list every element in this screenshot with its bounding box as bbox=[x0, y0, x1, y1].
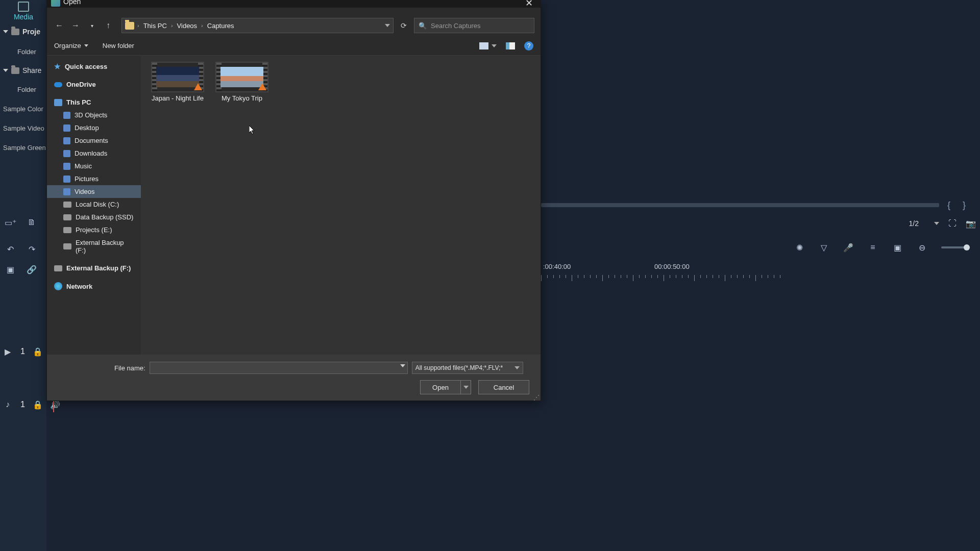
open-dropdown[interactable] bbox=[461, 380, 471, 394]
new-folder-button[interactable]: New folder bbox=[103, 42, 134, 49]
up-button[interactable]: ↑ bbox=[102, 19, 114, 32]
sample-item[interactable]: Sample Video bbox=[3, 124, 44, 132]
folder-icon bbox=[63, 163, 70, 170]
preview-pane-button[interactable] bbox=[506, 42, 515, 49]
shared-row[interactable]: Share bbox=[3, 66, 41, 74]
media-tab[interactable]: Media bbox=[8, 0, 39, 21]
forward-button[interactable]: → bbox=[69, 19, 82, 32]
speaker-icon[interactable]: 🔊 bbox=[51, 400, 60, 409]
tree-external-backup-f2[interactable]: External Backup (F:) bbox=[47, 262, 141, 274]
breadcrumb-item[interactable]: Captures bbox=[205, 22, 236, 30]
undo-icon[interactable]: ↶ bbox=[5, 244, 15, 254]
snapshot-icon[interactable]: 📷 bbox=[966, 218, 976, 229]
lock-icon[interactable]: 🔒 bbox=[33, 400, 42, 409]
address-bar[interactable]: › This PC › Videos › Captures bbox=[121, 18, 394, 33]
folder-tree: ★ Quick access OneDrive This PC 3D Objec… bbox=[47, 56, 141, 355]
tree-projects-e[interactable]: Projects (E:) bbox=[47, 223, 141, 236]
view-icon bbox=[479, 42, 488, 49]
file-open-dialog: Open ✕ ← → ▾ ↑ › This PC › Videos › Capt… bbox=[46, 0, 541, 401]
link-icon[interactable]: 🔗 bbox=[27, 264, 37, 274]
file-list[interactable]: Japan - Night Life My Tokyo Trip bbox=[141, 56, 541, 355]
tree-onedrive[interactable]: OneDrive bbox=[47, 78, 141, 91]
file-item[interactable]: Japan - Night Life bbox=[150, 62, 205, 103]
folder-icon bbox=[63, 124, 70, 132]
tree-data-backup-ssd[interactable]: Data Backup (SSD) bbox=[47, 211, 141, 223]
breadcrumb-item[interactable]: Videos bbox=[175, 22, 200, 30]
folder-icon bbox=[63, 188, 70, 195]
preview-progress[interactable] bbox=[541, 203, 939, 207]
folder-sublabel: Folder bbox=[17, 48, 36, 56]
resize-grip[interactable]: ⋰ bbox=[533, 396, 540, 399]
tree-3d-objects[interactable]: 3D Objects bbox=[47, 109, 141, 121]
drive-icon bbox=[63, 243, 71, 249]
dialog-footer: File name: All supported files(*.MP4;*.F… bbox=[47, 355, 541, 400]
folder-sublabel2: Folder bbox=[17, 86, 36, 93]
breadcrumb-item[interactable]: This PC bbox=[141, 22, 169, 30]
audio-track-header[interactable]: ♪ 1 🔒 🔊 bbox=[3, 400, 60, 409]
tree-quick-access[interactable]: ★ Quick access bbox=[47, 60, 141, 73]
vlc-icon bbox=[194, 83, 202, 90]
shield-icon[interactable]: ▽ bbox=[819, 242, 829, 253]
filename-row: File name: All supported files(*.MP4;*.F… bbox=[53, 362, 534, 374]
tree-pictures[interactable]: Pictures bbox=[47, 172, 141, 185]
folder-icon bbox=[11, 29, 19, 35]
gear-icon[interactable]: ✺ bbox=[794, 242, 804, 253]
button-row: Open Cancel bbox=[53, 380, 534, 394]
zoom-slider[interactable] bbox=[941, 246, 970, 248]
shared-label: Share bbox=[22, 66, 41, 74]
drive-icon bbox=[54, 265, 62, 271]
search-icon: 🔍 bbox=[419, 22, 427, 30]
address-dropdown[interactable] bbox=[385, 24, 390, 27]
tree-music[interactable]: Music bbox=[47, 160, 141, 172]
chevron-down-icon bbox=[934, 222, 939, 225]
fullscreen-icon[interactable]: ⛶ bbox=[947, 218, 958, 229]
tree-local-disk-c[interactable]: Local Disk (C:) bbox=[47, 198, 141, 211]
zoom-out-icon[interactable]: ⊖ bbox=[917, 242, 927, 253]
project-row[interactable]: Proje bbox=[3, 28, 40, 36]
mic-icon[interactable]: 🎤 bbox=[843, 242, 853, 253]
cancel-button[interactable]: Cancel bbox=[478, 380, 529, 394]
layout-icon[interactable]: ▣ bbox=[5, 264, 15, 274]
list-icon[interactable]: ≡ bbox=[868, 242, 878, 253]
pager[interactable]: 1/2 bbox=[909, 219, 939, 228]
help-button[interactable]: ? bbox=[524, 41, 533, 51]
tree-downloads[interactable]: Downloads bbox=[47, 147, 141, 160]
tree-desktop[interactable]: Desktop bbox=[47, 121, 141, 134]
timeline-ruler[interactable]: :00:40:00 00:00:50:00 bbox=[541, 263, 980, 283]
media-icon bbox=[18, 2, 29, 12]
add-folder-icon[interactable]: ▭⁺ bbox=[5, 217, 15, 228]
sample-item[interactable]: Sample Green bbox=[3, 144, 46, 152]
vlc-icon bbox=[258, 83, 266, 90]
lock-icon[interactable]: 🔒 bbox=[33, 347, 42, 356]
tree-label: Videos bbox=[75, 188, 95, 195]
tree-label: 3D Objects bbox=[75, 111, 107, 119]
tree-this-pc[interactable]: This PC bbox=[47, 96, 141, 109]
tree-label: External Backup (F:) bbox=[66, 264, 131, 272]
open-button[interactable]: Open bbox=[420, 380, 461, 394]
file-type-filter[interactable]: All supported files(*.MP4;*.FLV;* bbox=[412, 362, 523, 374]
tree-label: Projects (E:) bbox=[76, 226, 112, 234]
add-file-icon[interactable]: 🗎 bbox=[27, 217, 37, 228]
view-mode-button[interactable] bbox=[479, 42, 497, 49]
in-bracket-icon[interactable]: { bbox=[947, 200, 950, 211]
mouse-cursor bbox=[249, 126, 255, 135]
file-item[interactable]: My Tokyo Trip bbox=[214, 62, 270, 103]
close-button[interactable]: ✕ bbox=[521, 0, 536, 9]
filename-input[interactable] bbox=[150, 362, 408, 374]
file-name: My Tokyo Trip bbox=[222, 94, 262, 103]
tree-external-backup-f[interactable]: External Backup (F:) bbox=[47, 236, 141, 257]
slider-thumb[interactable] bbox=[964, 244, 970, 251]
tree-videos[interactable]: Videos bbox=[47, 185, 141, 198]
back-button[interactable]: ← bbox=[53, 19, 65, 32]
tree-network[interactable]: Network bbox=[47, 280, 141, 293]
out-bracket-icon[interactable]: } bbox=[963, 200, 966, 211]
history-dropdown[interactable]: ▾ bbox=[86, 19, 98, 32]
redo-icon[interactable]: ↷ bbox=[27, 244, 37, 254]
organize-button[interactable]: Organize bbox=[54, 42, 88, 49]
tree-documents[interactable]: Documents bbox=[47, 134, 141, 147]
frame-icon[interactable]: ▣ bbox=[892, 242, 902, 253]
search-input[interactable]: 🔍 Search Captures bbox=[414, 18, 534, 33]
refresh-button[interactable]: ⟳ bbox=[398, 21, 410, 30]
sample-item[interactable]: Sample Color bbox=[3, 105, 43, 113]
dialog-body: ★ Quick access OneDrive This PC 3D Objec… bbox=[47, 56, 541, 355]
